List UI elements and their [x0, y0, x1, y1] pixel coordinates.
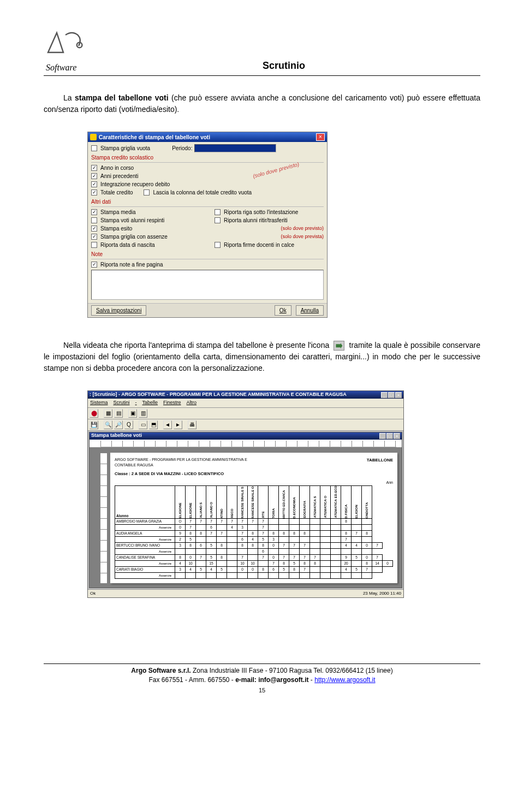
paragraph-2: Nella videata che riporta l'anteprima di…: [44, 340, 480, 374]
checkbox-ritirati[interactable]: [215, 217, 221, 223]
assenze-label: Assenze: [115, 573, 175, 579]
minimize-button[interactable]: _: [381, 392, 388, 398]
checkbox-data-nascita[interactable]: [91, 242, 97, 248]
absence-cell: [352, 573, 362, 579]
toolbar-prev-icon[interactable]: ◄: [163, 420, 172, 429]
grade-cell: [310, 567, 320, 573]
checkbox-anni-precedenti[interactable]: [91, 173, 97, 179]
grade-cell: [269, 519, 279, 525]
grade-cell: 8: [196, 531, 206, 537]
absence-cell: [248, 525, 258, 531]
menu-item[interactable]: Scrutini: [114, 400, 130, 405]
page-title: Scrutinio: [87, 58, 480, 74]
footer-email: e-mail: info@argosoft.it: [235, 676, 308, 684]
toolbar-btn-2[interactable]: ▤: [114, 409, 123, 418]
checkbox-integrazione[interactable]: [91, 181, 97, 187]
menu-item[interactable]: Altro: [187, 400, 197, 405]
label-lascia-vuota: Lascia la colonna del totale credito vuo…: [153, 188, 252, 197]
absence-cell: [237, 549, 248, 555]
assenze-label: Assenze: [115, 561, 175, 567]
checkbox-anno-corso[interactable]: [91, 165, 97, 171]
absence-cell: [217, 549, 227, 555]
checkbox-griglia-assenze[interactable]: [91, 234, 97, 240]
toolbar-stop-icon[interactable]: ⬤: [90, 409, 98, 418]
grade-cell: [320, 531, 331, 537]
sub-maximize-button[interactable]: □: [386, 433, 393, 439]
absence-cell: [175, 549, 186, 555]
grade-cell: 5: [352, 567, 362, 573]
button-annulla[interactable]: Annulla: [296, 305, 324, 316]
maximize-button[interactable]: □: [388, 392, 395, 398]
group-note-header: Note: [91, 250, 324, 258]
close-button[interactable]: ×: [316, 133, 325, 141]
toolbar-print-icon[interactable]: 🖶: [188, 420, 196, 429]
toolbar-zoom-icon[interactable]: Q: [124, 420, 133, 429]
toolbar-zoomin-icon[interactable]: 🔍: [104, 420, 112, 429]
grade-cell: 4: [206, 567, 217, 573]
horizontal-ruler: [100, 441, 396, 447]
absence-cell: [217, 537, 227, 543]
grade-cell: 0: [269, 543, 279, 549]
absence-cell: 7: [341, 537, 352, 543]
grade-cell: 7: [206, 519, 217, 525]
toolbar-page-icon[interactable]: ▭: [139, 420, 147, 429]
absence-cell: [196, 525, 206, 531]
absence-cell: [310, 549, 320, 555]
checkbox-stampa-media[interactable]: [91, 209, 97, 215]
checkbox-note-fine-pagina[interactable]: [91, 262, 97, 268]
button-salva-impostazioni[interactable]: Salva impostazioni: [91, 305, 146, 316]
close-app-button[interactable]: ×: [395, 392, 402, 398]
toolbar-save-icon[interactable]: 💾: [90, 420, 98, 429]
grade-cell: 8: [258, 567, 269, 573]
checkbox-lascia-vuota[interactable]: [144, 189, 150, 195]
absence-cell: 6: [258, 549, 269, 555]
grade-cell: 8: [217, 543, 227, 549]
notes-textarea[interactable]: [91, 270, 324, 300]
menu-item[interactable]: Tabelle: [142, 400, 158, 405]
toolbar-btn-1[interactable]: ▦: [104, 409, 112, 418]
toolbar-zoomout-icon[interactable]: 🔎: [114, 420, 123, 429]
preview-area: ARGO SOFTWARE - PROGRAMMI PER LA GESTION…: [90, 447, 402, 588]
toolbar-btn-4[interactable]: ▥: [139, 409, 147, 418]
grade-cell: 8: [300, 531, 310, 537]
menu-item[interactable]: Finestre: [163, 400, 181, 405]
toolbar-next-icon[interactable]: ►: [174, 420, 182, 429]
checkbox-griglia-vuota[interactable]: [91, 145, 97, 151]
sub-minimize-button[interactable]: _: [379, 433, 386, 439]
dialog-icon: [90, 134, 97, 140]
student-name: CANDALISE SERAFINA: [115, 555, 175, 561]
grade-cell: 5: [196, 567, 206, 573]
grade-cell: 0: [362, 555, 372, 561]
grade-cell: [310, 543, 320, 549]
grade-cell: [248, 555, 258, 561]
note-solo-prevista: (solo dove prevista): [281, 233, 324, 241]
grade-cell: 8: [217, 555, 227, 561]
menu-item[interactable]: Sistema: [90, 400, 108, 405]
toolbar-btn-3[interactable]: ▣: [128, 409, 137, 418]
grade-cell: 8: [186, 543, 196, 549]
checkbox-riga-sotto[interactable]: [215, 209, 221, 215]
checkbox-totale-credito[interactable]: [91, 189, 97, 195]
absence-cell: [289, 525, 300, 531]
grade-cell: 8: [248, 543, 258, 549]
col-subject: MATEMATICA ED.ECONOMIA: [331, 486, 341, 519]
paper-header-line2: CONTABILE RAGUSA: [115, 463, 247, 469]
absence-cell: [310, 525, 320, 531]
absence-cell: [320, 549, 331, 555]
logo-word: Software: [46, 61, 87, 74]
absence-cell: [258, 561, 269, 567]
select-periodo[interactable]: [194, 144, 276, 152]
sub-close-button[interactable]: ×: [394, 433, 400, 439]
checkbox-voti-respinti[interactable]: [91, 217, 97, 223]
absence-cell: [196, 549, 206, 555]
footer-link[interactable]: http://www.argosoft.it: [314, 676, 375, 684]
toolbar-layout-icon[interactable]: ⬒: [149, 420, 158, 429]
button-ok[interactable]: Ok: [275, 305, 291, 316]
col-subject: CONDOTTA: [362, 486, 372, 519]
checkbox-firme-calce[interactable]: [215, 242, 221, 248]
checkbox-stampa-esito[interactable]: [91, 226, 97, 232]
status-right: 23 May, 2000 11:40: [363, 590, 401, 597]
absence-cell: [300, 549, 310, 555]
menu-item[interactable]: -: [135, 400, 137, 405]
absence-cell: 10: [248, 561, 258, 567]
